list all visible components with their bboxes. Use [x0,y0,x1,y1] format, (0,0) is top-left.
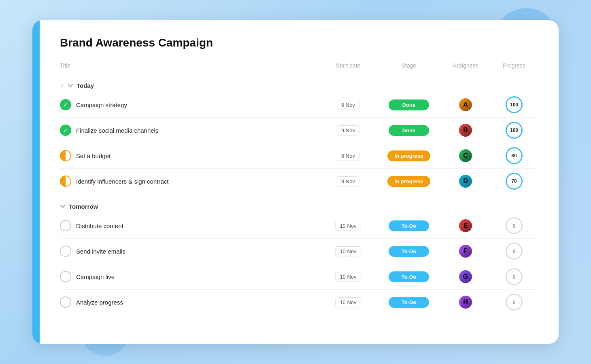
table-row[interactable]: ✓Finalize social media channels9 NovDone… [60,118,538,143]
task-title-cell: Send invite emails [60,245,320,257]
task-title-cell: Set a budget [60,150,320,161]
task-stage-cell: Done [376,125,441,136]
task-date-cell: 9 Nov [320,176,376,186]
task-assignees-cell: D [441,174,490,188]
table-row[interactable]: Send invite emails10 NovTo-DoF0 [60,239,538,264]
task-assignees-cell: G [441,269,490,284]
task-icon-empty [60,220,71,231]
task-date-badge: 9 Nov [337,176,359,186]
task-assignees-cell: A [441,97,490,112]
table-row[interactable]: Distribute content10 NovTo-DoE0 [60,213,538,239]
task-icon-empty [60,271,71,282]
task-title-cell: ✓Campaign strategy [60,99,320,110]
task-date-cell: 10 Nov [320,272,376,282]
task-progress-badge: 0 [506,268,523,285]
task-stage-badge: To-Do [389,297,429,308]
task-name: Send invite emails [76,248,125,255]
task-title-cell: ✓Finalize social media channels [60,125,320,136]
task-stage-badge: In progress [387,150,431,161]
table-row[interactable]: Campaign live10 NovTo-DoG0 [60,264,538,290]
task-icon-empty [60,296,71,308]
task-title-cell: Analyze progress [60,296,320,308]
col-progress: Progress [490,62,538,69]
avatar: F [458,244,473,258]
table-row[interactable]: ✓Campaign strategy9 NovDoneA100 [60,92,538,118]
task-icon-half [60,176,71,187]
task-date-cell: 10 Nov [320,246,376,256]
task-name: Campaign live [76,273,115,280]
task-stage-badge: To-Do [389,271,429,282]
task-date-cell: 10 Nov [320,297,376,307]
section-tomorrow-header[interactable]: Tomorrow [60,197,538,213]
task-progress-badge: 100 [506,122,523,139]
task-name: Finalize social media channels [76,127,158,134]
section-tomorrow-label: Tomorrow [69,203,98,210]
section-today-header[interactable]: ✓ Today [60,76,538,92]
task-icon-empty [60,245,71,257]
task-date-badge: 9 Nov [337,125,359,135]
task-stage-cell: In progress [376,176,441,187]
task-stage-badge: Done [389,99,429,110]
task-progress-cell: 0 [490,243,538,260]
task-name: Campaign strategy [76,102,127,108]
task-stage-cell: In progress [376,150,441,161]
task-title-cell: Distribute content [60,220,320,231]
page-title: Brand Awareness Campaign [60,36,538,49]
task-date-badge: 10 Nov [335,221,361,231]
task-date-cell: 10 Nov [320,221,376,231]
task-progress-badge: 0 [506,294,523,311]
task-date-cell: 9 Nov [320,100,376,110]
avatar: B [458,123,473,138]
task-date-cell: 9 Nov [320,151,376,161]
main-card: Brand Awareness Campaign Title Start dat… [32,20,559,344]
chevron-down-icon [68,83,73,89]
task-stage-cell: To-Do [376,297,441,308]
task-progress-badge: 0 [506,243,523,260]
task-title-cell: Identify influencers & sign contract [60,176,320,187]
section-today-label: Today [77,82,94,89]
today-tasks-container: ✓Campaign strategy9 NovDoneA100✓Finalize… [60,92,538,194]
chevron-down-icon [60,204,66,210]
table-row[interactable]: Identify influencers & sign contract9 No… [60,169,538,194]
avatar: C [458,148,473,163]
task-progress-cell: 0 [490,268,538,285]
task-progress-cell: 80 [490,147,538,164]
table-header: Title Start date Stage Assignees Progres… [60,62,538,73]
task-progress-badge: 0 [506,217,523,234]
table-row[interactable]: Set a budget9 NovIn progressC80 [60,143,538,169]
task-date-badge: 9 Nov [337,151,359,161]
task-progress-cell: 0 [490,294,538,311]
avatar: D [458,174,473,188]
col-startdate: Start date [320,62,376,69]
task-date-badge: 10 Nov [335,246,361,256]
col-stage: Stage [376,62,441,69]
task-title-cell: Campaign live [60,271,320,282]
section-today: ✓ Today ✓Campaign strategy9 NovDoneA100✓… [60,76,538,194]
task-stage-cell: To-Do [376,246,441,257]
task-icon-half [60,150,71,161]
task-assignees-cell: C [441,148,490,163]
task-assignees-cell: E [441,218,490,233]
task-progress-badge: 100 [506,96,523,113]
task-stage-badge: Done [389,125,429,136]
task-stage-badge: In progress [387,176,431,187]
task-stage-badge: To-Do [389,220,429,231]
avatar: A [458,97,473,112]
left-accent-bar [32,20,40,344]
section-tomorrow: Tomorrow Distribute content10 NovTo-DoE0… [60,197,538,315]
task-progress-badge: 80 [506,147,523,164]
task-assignees-cell: H [441,295,490,309]
task-progress-cell: 70 [490,173,538,190]
task-progress-cell: 100 [490,122,538,139]
task-assignees-cell: B [441,123,490,138]
table-row[interactable]: Analyze progress10 NovTo-DoH0 [60,290,538,315]
task-name: Analyze progress [76,299,123,306]
task-stage-cell: Done [376,99,441,110]
task-icon-done: ✓ [60,125,71,136]
avatar: H [458,295,473,309]
task-name: Identify influencers & sign contract [76,178,168,185]
task-date-badge: 10 Nov [335,297,361,307]
task-progress-cell: 0 [490,217,538,234]
task-progress-badge: 70 [506,173,523,190]
task-icon-done: ✓ [60,99,71,110]
